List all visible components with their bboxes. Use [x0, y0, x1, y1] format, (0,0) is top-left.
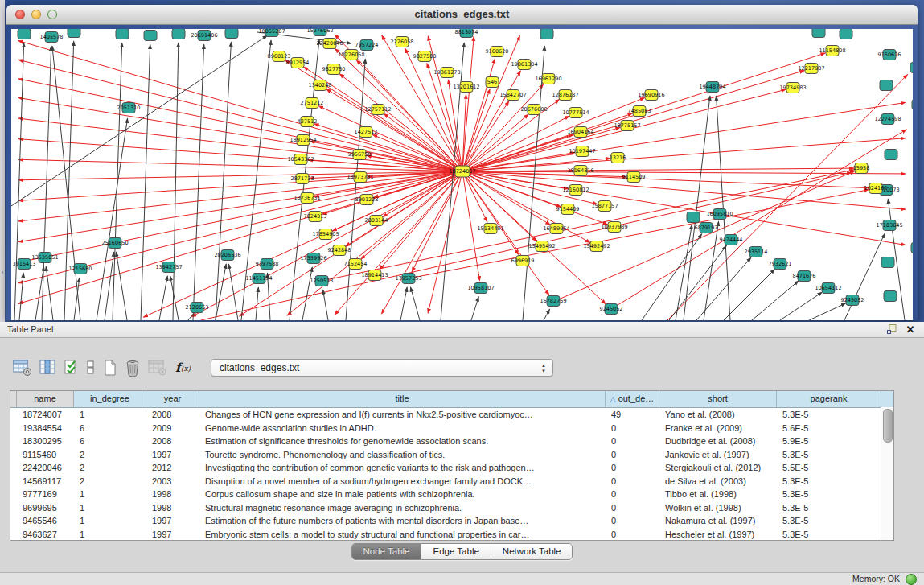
delete-table-icon	[148, 359, 167, 377]
network-edge	[116, 252, 127, 320]
network-edge	[717, 96, 730, 320]
table-row[interactable]: 911546021997Tourette syndrome. Phenomeno…	[10, 448, 893, 462]
cell-out_de…: 0	[606, 422, 659, 435]
table-row[interactable]: 1938455462009Genome-wide association stu…	[10, 422, 893, 435]
delete-column-button[interactable]	[125, 357, 141, 378]
network-node[interactable]	[144, 31, 157, 41]
cell-out_de…: 0	[606, 488, 659, 501]
network-edge	[18, 60, 462, 171]
table-row[interactable]: 946554611997Estimation of the future num…	[10, 514, 893, 528]
table-selector-value: citations_edges.txt	[220, 362, 299, 373]
table-mode-button[interactable]	[13, 357, 32, 378]
close-panel-button[interactable]: ✕	[904, 323, 917, 336]
table-row[interactable]: 977716911998Corpus callosum shape and si…	[10, 488, 893, 501]
window-titlebar[interactable]: citations_edges.txt	[6, 5, 918, 25]
network-node[interactable]	[840, 29, 852, 39]
table-panel-titlebar[interactable]: Table Panel ✕	[0, 322, 924, 338]
network-node-label: 16489954	[543, 225, 569, 232]
show-columns-button[interactable]	[39, 357, 57, 378]
table-row[interactable]: 1872400712008Changes of HCN gene express…	[10, 408, 893, 422]
column-header-title[interactable]: title	[199, 391, 606, 407]
table-row[interactable]: 946362711997Embryonic stem cells: a mode…	[10, 528, 893, 541]
zoom-window-button[interactable]	[47, 10, 57, 19]
network-node[interactable]	[880, 80, 893, 91]
table-selector-combobox[interactable]: citations_edges.txt ▲▼	[211, 359, 553, 377]
network-node-label: 9160620	[486, 48, 509, 55]
column-header-in_degree[interactable]: in_degree	[74, 391, 146, 407]
network-node[interactable]	[540, 29, 553, 39]
table-row[interactable]: 1830029562008Estimation of significance …	[10, 435, 893, 448]
network-edge	[462, 101, 509, 171]
table-row[interactable]: 1456911722003Disruption of a novel membe…	[10, 475, 893, 488]
network-edge	[11, 35, 268, 206]
table-row[interactable]: 2242004622012Investigating the contribut…	[10, 461, 893, 475]
column-header-pagerank[interactable]: pagerank	[777, 391, 881, 407]
network-node-label: 13201612	[453, 84, 479, 90]
column-header-year[interactable]: year	[146, 391, 199, 407]
cell-out_de…: 0	[606, 501, 659, 515]
network-edge	[428, 171, 462, 313]
table-row[interactable]: 969969511998Structural magnetic resonanc…	[10, 501, 893, 515]
cell-year: 1997	[146, 448, 199, 462]
network-node[interactable]	[18, 29, 31, 39]
cell-year: 2008	[146, 408, 199, 422]
cell-name: 9463627	[17, 528, 74, 541]
network-node[interactable]	[881, 257, 894, 268]
network-node[interactable]	[912, 100, 913, 110]
network-node[interactable]	[116, 29, 129, 39]
cell-out_de…: 0	[606, 448, 659, 462]
node-table: namein_degreeyeartitle△out_de…shortpager…	[10, 390, 894, 541]
network-node[interactable]	[884, 291, 897, 302]
cell-name: 9115460	[17, 448, 74, 462]
network-node-label: 9956750	[348, 151, 372, 158]
network-node[interactable]	[687, 212, 700, 223]
network-canvas[interactable]: 1405578206914061005528715276062795722488…	[11, 29, 913, 320]
tab-edge-table[interactable]: Edge Table	[421, 544, 491, 559]
function-builder-button[interactable]: f (x)	[175, 357, 195, 378]
table-header-row: namein_degreeyeartitle△out_de…shortpager…	[10, 391, 893, 408]
network-node-label: 9827750	[322, 66, 346, 72]
create-column-button[interactable]	[103, 357, 117, 378]
network-node-label: 1427512	[355, 129, 378, 135]
network-node-label: 17957253	[395, 275, 421, 282]
cell-short: Nakamura et al. (1997)	[659, 514, 777, 528]
memory-status-indicator[interactable]	[906, 574, 917, 585]
network-node[interactable]	[910, 63, 913, 73]
network-node-label: 12160812	[562, 187, 589, 193]
network-node-label: 18164816	[567, 167, 593, 174]
network-window[interactable]: citations_edges.txt 14055782069140610055…	[6, 5, 918, 320]
network-node[interactable]	[812, 29, 825, 38]
select-columns-button[interactable]	[64, 357, 79, 378]
column-header-name[interactable]: name	[17, 391, 74, 407]
network-edge	[462, 171, 549, 295]
row-height-button[interactable]	[86, 357, 96, 378]
network-edge	[302, 267, 312, 320]
function-icon: f (x)	[175, 359, 195, 377]
network-node-label: 16904164	[567, 129, 593, 135]
network-node[interactable]	[911, 243, 913, 253]
table-vertical-scrollbar[interactable]	[881, 407, 893, 540]
network-node-label: 19448794	[699, 84, 725, 90]
network-node[interactable]	[68, 29, 80, 38]
network-edge	[780, 292, 823, 320]
network-node-label: 8813074	[455, 29, 478, 35]
tab-node-table[interactable]: Node Table	[352, 544, 422, 559]
tab-network-table[interactable]: Network Table	[491, 544, 573, 559]
network-node[interactable]	[885, 150, 897, 160]
network-node-label: 18973731	[347, 174, 373, 180]
close-window-button[interactable]	[15, 10, 25, 19]
minimize-window-button[interactable]	[31, 10, 41, 19]
network-node[interactable]	[225, 29, 238, 39]
float-panel-button[interactable]	[885, 323, 898, 336]
cell-out_de…: 0	[606, 528, 659, 541]
network-node-label: 2051310	[117, 105, 141, 111]
column-header-out_de…[interactable]: △out_de…	[606, 391, 659, 407]
network-edge	[14, 43, 24, 320]
delete-table-button[interactable]	[148, 357, 167, 378]
cell-title: Tourette syndrome. Phenomenology and cla…	[199, 448, 606, 462]
network-node-label: 20676608	[520, 106, 547, 113]
network-node[interactable]	[172, 29, 185, 39]
network-node-label: 10777514	[562, 109, 589, 116]
column-header-short[interactable]: short	[659, 391, 777, 407]
scrollbar-thumb[interactable]	[883, 409, 893, 443]
